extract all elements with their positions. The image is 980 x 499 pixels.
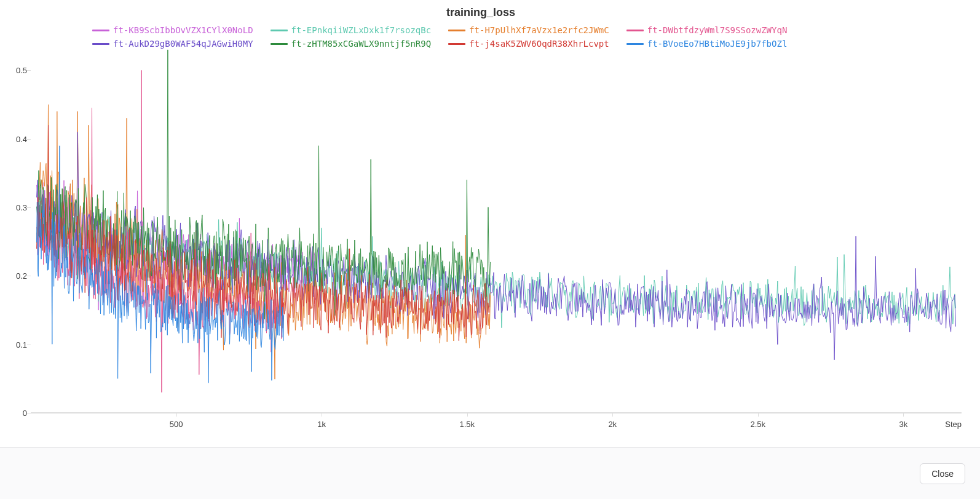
y-tick: 0.4 bbox=[6, 134, 27, 143]
chart-lines-svg bbox=[31, 57, 962, 413]
legend-label: ft-AukD29gB0WAF54qJAGwiH0MY bbox=[113, 37, 253, 50]
legend-item-2[interactable]: ft-H7pUlhXf7aVzx1e2rfc2JWmC bbox=[448, 23, 609, 37]
legend-swatch bbox=[448, 43, 465, 45]
y-tick: 0 bbox=[6, 409, 27, 418]
legend-swatch bbox=[92, 43, 109, 45]
legend-item-0[interactable]: ft-KB9ScbIbbOvVZX1CYlX0NoLD bbox=[92, 23, 253, 37]
legend-label: ft-EPnkqiiWZLxDxk1f7rsozqBc bbox=[291, 23, 432, 37]
legend-swatch bbox=[92, 30, 109, 31]
chart-title: training_loss bbox=[0, 6, 962, 19]
legend-item-1[interactable]: ft-EPnkqiiWZLxDxk1f7rsozqBc bbox=[271, 23, 432, 37]
legend-swatch bbox=[626, 43, 644, 45]
x-tick: 500 bbox=[170, 420, 183, 429]
legend-item-7[interactable]: ft-BVoeEo7HBtiMoJE9jb7fbOZl bbox=[626, 37, 788, 50]
x-tick: 2k bbox=[608, 420, 617, 429]
x-tick: 2.5k bbox=[751, 420, 766, 429]
y-tick: 0.2 bbox=[6, 271, 27, 281]
legend-label: ft-H7pUlhXf7aVzx1e2rfc2JWmC bbox=[469, 23, 609, 37]
y-tick: 0.3 bbox=[6, 202, 27, 212]
legend-label: ft-BVoeEo7HBtiMoJE9jb7fbOZl bbox=[647, 37, 788, 50]
x-tick: 1k bbox=[317, 420, 326, 429]
legend-swatch bbox=[271, 30, 288, 31]
training-loss-chart-container: training_loss ft-KB9ScbIbbOvVZX1CYlX0NoL… bbox=[0, 0, 980, 499]
legend-label: ft-j4saK5ZWV6OqdR38XhrLcvpt bbox=[469, 37, 609, 50]
legend-item-6[interactable]: ft-j4saK5ZWV6OqdR38XhrLcvpt bbox=[448, 37, 609, 50]
y-tick: 0.5 bbox=[6, 66, 27, 75]
legend-label: ft-DWbtfdzyWml7S9SSozwZWYqN bbox=[647, 23, 788, 37]
legend-label: ft-zHTM85xCGaWLX9nntjf5nR9Q bbox=[291, 37, 432, 50]
legend-label: ft-KB9ScbIbbOvVZX1CYlX0NoLD bbox=[113, 23, 253, 37]
chart-plot-area[interactable]: Step 00.10.20.30.40.55001k1.5k2k2.5k3k bbox=[31, 57, 962, 413]
chart-legend: ft-KB9ScbIbbOvVZX1CYlX0NoLDft-EPnkqiiWZL… bbox=[92, 23, 943, 50]
x-tick: 1.5k bbox=[459, 420, 475, 429]
y-tick: 0.1 bbox=[6, 340, 27, 349]
legend-swatch bbox=[626, 30, 644, 31]
x-axis-label: Step bbox=[945, 420, 962, 429]
legend-item-4[interactable]: ft-AukD29gB0WAF54qJAGwiH0MY bbox=[92, 37, 253, 50]
close-button[interactable]: Close bbox=[920, 463, 965, 484]
x-tick: 3k bbox=[899, 420, 908, 429]
footer-bar: Close bbox=[0, 447, 980, 499]
legend-item-3[interactable]: ft-DWbtfdzyWml7S9SSozwZWYqN bbox=[626, 23, 788, 37]
legend-swatch bbox=[271, 43, 288, 45]
legend-swatch bbox=[448, 30, 465, 31]
legend-item-5[interactable]: ft-zHTM85xCGaWLX9nntjf5nR9Q bbox=[271, 37, 432, 50]
